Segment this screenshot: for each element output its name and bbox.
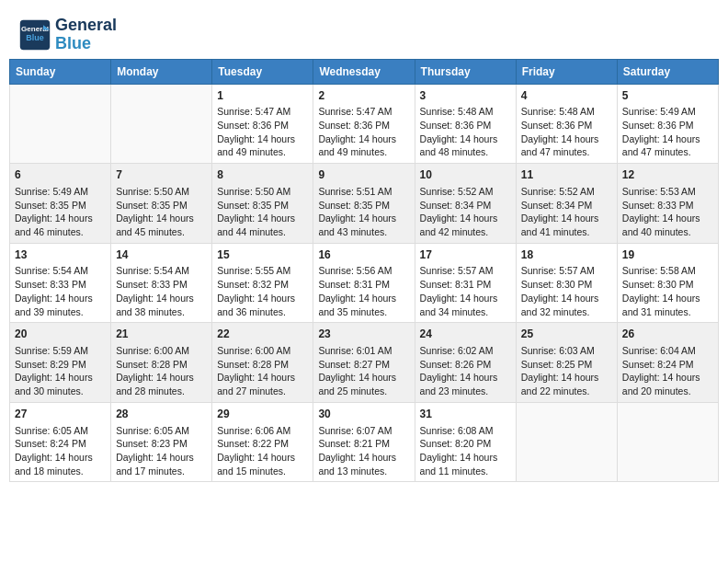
day-header-saturday: Saturday — [617, 59, 718, 84]
day-info: Sunrise: 5:52 AM Sunset: 8:34 PM Dayligh… — [521, 185, 612, 239]
day-number: 16 — [318, 247, 409, 263]
calendar-day-cell: 31Sunrise: 6:08 AM Sunset: 8:20 PM Dayli… — [415, 402, 516, 482]
calendar-day-cell: 22Sunrise: 6:00 AM Sunset: 8:28 PM Dayli… — [212, 323, 313, 403]
day-info: Sunrise: 5:57 AM Sunset: 8:31 PM Dayligh… — [420, 264, 511, 318]
day-number: 10 — [420, 167, 511, 183]
day-info: Sunrise: 5:55 AM Sunset: 8:32 PM Dayligh… — [217, 264, 308, 318]
day-info: Sunrise: 5:49 AM Sunset: 8:35 PM Dayligh… — [15, 185, 106, 239]
day-number: 22 — [217, 327, 308, 342]
calendar-week-row: 20Sunrise: 5:59 AM Sunset: 8:29 PM Dayli… — [10, 323, 719, 403]
day-number: 23 — [318, 327, 409, 342]
calendar-day-cell: 24Sunrise: 6:02 AM Sunset: 8:26 PM Dayli… — [415, 323, 516, 403]
calendar-day-cell: 21Sunrise: 6:00 AM Sunset: 8:28 PM Dayli… — [111, 323, 212, 403]
day-number: 2 — [318, 88, 409, 104]
day-info: Sunrise: 5:49 AM Sunset: 8:36 PM Dayligh… — [622, 105, 713, 159]
day-info: Sunrise: 5:48 AM Sunset: 8:36 PM Dayligh… — [420, 105, 511, 159]
calendar-day-cell — [10, 84, 111, 164]
day-number: 1 — [217, 88, 308, 104]
calendar-day-cell: 4Sunrise: 5:48 AM Sunset: 8:36 PM Daylig… — [516, 84, 617, 164]
calendar-day-cell: 14Sunrise: 5:54 AM Sunset: 8:33 PM Dayli… — [111, 243, 212, 323]
day-info: Sunrise: 5:47 AM Sunset: 8:36 PM Dayligh… — [217, 105, 308, 159]
calendar-day-cell: 10Sunrise: 5:52 AM Sunset: 8:34 PM Dayli… — [415, 164, 516, 244]
calendar-day-cell: 26Sunrise: 6:04 AM Sunset: 8:24 PM Dayli… — [617, 323, 718, 403]
day-header-thursday: Thursday — [415, 59, 516, 84]
calendar-header-row: SundayMondayTuesdayWednesdayThursdayFrid… — [10, 59, 719, 84]
day-info: Sunrise: 5:51 AM Sunset: 8:35 PM Dayligh… — [318, 185, 409, 239]
day-info: Sunrise: 5:52 AM Sunset: 8:34 PM Dayligh… — [420, 185, 511, 239]
day-info: Sunrise: 6:07 AM Sunset: 8:21 PM Dayligh… — [318, 424, 409, 478]
day-header-tuesday: Tuesday — [212, 59, 313, 84]
day-info: Sunrise: 5:54 AM Sunset: 8:33 PM Dayligh… — [15, 264, 106, 318]
calendar-day-cell: 8Sunrise: 5:50 AM Sunset: 8:35 PM Daylig… — [212, 164, 313, 244]
day-header-monday: Monday — [111, 59, 212, 84]
day-info: Sunrise: 6:00 AM Sunset: 8:28 PM Dayligh… — [217, 344, 308, 398]
calendar-day-cell: 11Sunrise: 5:52 AM Sunset: 8:34 PM Dayli… — [516, 164, 617, 244]
day-number: 13 — [15, 247, 106, 263]
day-number: 7 — [116, 167, 207, 183]
calendar-day-cell — [516, 402, 617, 482]
calendar-day-cell: 23Sunrise: 6:01 AM Sunset: 8:27 PM Dayli… — [313, 323, 415, 403]
day-number: 12 — [622, 167, 713, 183]
day-info: Sunrise: 5:56 AM Sunset: 8:31 PM Dayligh… — [318, 264, 409, 318]
calendar-day-cell: 7Sunrise: 5:50 AM Sunset: 8:35 PM Daylig… — [111, 164, 212, 244]
day-number: 5 — [622, 88, 713, 104]
calendar-day-cell: 6Sunrise: 5:49 AM Sunset: 8:35 PM Daylig… — [10, 164, 111, 244]
header: General Blue GeneralBlue — [9, 9, 719, 59]
calendar-day-cell: 1Sunrise: 5:47 AM Sunset: 8:36 PM Daylig… — [212, 84, 313, 164]
day-info: Sunrise: 5:54 AM Sunset: 8:33 PM Dayligh… — [116, 264, 207, 318]
calendar-day-cell — [111, 84, 212, 164]
day-info: Sunrise: 6:05 AM Sunset: 8:24 PM Dayligh… — [15, 424, 106, 478]
calendar: SundayMondayTuesdayWednesdayThursdayFrid… — [9, 59, 719, 483]
calendar-day-cell: 18Sunrise: 5:57 AM Sunset: 8:30 PM Dayli… — [516, 243, 617, 323]
day-number: 8 — [217, 167, 308, 183]
day-info: Sunrise: 5:58 AM Sunset: 8:30 PM Dayligh… — [622, 264, 713, 318]
day-number: 6 — [15, 167, 106, 183]
day-info: Sunrise: 5:50 AM Sunset: 8:35 PM Dayligh… — [217, 185, 308, 239]
calendar-week-row: 27Sunrise: 6:05 AM Sunset: 8:24 PM Dayli… — [10, 402, 719, 482]
day-info: Sunrise: 5:57 AM Sunset: 8:30 PM Dayligh… — [521, 264, 612, 318]
day-info: Sunrise: 6:08 AM Sunset: 8:20 PM Dayligh… — [420, 424, 511, 478]
day-number: 30 — [318, 407, 409, 422]
day-number: 19 — [622, 247, 713, 263]
calendar-day-cell: 2Sunrise: 5:47 AM Sunset: 8:36 PM Daylig… — [313, 84, 415, 164]
calendar-day-cell: 29Sunrise: 6:06 AM Sunset: 8:22 PM Dayli… — [212, 402, 313, 482]
day-header-wednesday: Wednesday — [313, 59, 415, 84]
calendar-day-cell: 16Sunrise: 5:56 AM Sunset: 8:31 PM Dayli… — [313, 243, 415, 323]
day-info: Sunrise: 5:53 AM Sunset: 8:33 PM Dayligh… — [622, 185, 713, 239]
day-number: 3 — [420, 88, 511, 104]
svg-text:Blue: Blue — [26, 33, 44, 42]
day-info: Sunrise: 6:05 AM Sunset: 8:23 PM Dayligh… — [116, 424, 207, 478]
day-number: 26 — [622, 327, 713, 342]
day-number: 21 — [116, 327, 207, 342]
day-info: Sunrise: 6:04 AM Sunset: 8:24 PM Dayligh… — [622, 344, 713, 398]
calendar-week-row: 1Sunrise: 5:47 AM Sunset: 8:36 PM Daylig… — [10, 84, 719, 164]
day-number: 9 — [318, 167, 409, 183]
day-number: 27 — [15, 407, 106, 422]
calendar-day-cell: 13Sunrise: 5:54 AM Sunset: 8:33 PM Dayli… — [10, 243, 111, 323]
day-info: Sunrise: 6:01 AM Sunset: 8:27 PM Dayligh… — [318, 344, 409, 398]
calendar-day-cell: 5Sunrise: 5:49 AM Sunset: 8:36 PM Daylig… — [617, 84, 718, 164]
day-info: Sunrise: 6:02 AM Sunset: 8:26 PM Dayligh… — [420, 344, 511, 398]
calendar-day-cell: 20Sunrise: 5:59 AM Sunset: 8:29 PM Dayli… — [10, 323, 111, 403]
day-info: Sunrise: 5:59 AM Sunset: 8:29 PM Dayligh… — [15, 344, 106, 398]
day-header-friday: Friday — [516, 59, 617, 84]
calendar-day-cell: 19Sunrise: 5:58 AM Sunset: 8:30 PM Dayli… — [617, 243, 718, 323]
calendar-week-row: 13Sunrise: 5:54 AM Sunset: 8:33 PM Dayli… — [10, 243, 719, 323]
day-number: 15 — [217, 247, 308, 263]
day-info: Sunrise: 5:48 AM Sunset: 8:36 PM Dayligh… — [521, 105, 612, 159]
calendar-day-cell: 30Sunrise: 6:07 AM Sunset: 8:21 PM Dayli… — [313, 402, 415, 482]
day-info: Sunrise: 6:03 AM Sunset: 8:25 PM Dayligh… — [521, 344, 612, 398]
calendar-day-cell: 28Sunrise: 6:05 AM Sunset: 8:23 PM Dayli… — [111, 402, 212, 482]
day-number: 11 — [521, 167, 612, 183]
calendar-day-cell: 9Sunrise: 5:51 AM Sunset: 8:35 PM Daylig… — [313, 164, 415, 244]
day-info: Sunrise: 6:00 AM Sunset: 8:28 PM Dayligh… — [116, 344, 207, 398]
logo-icon: General Blue — [18, 18, 51, 52]
calendar-day-cell: 25Sunrise: 6:03 AM Sunset: 8:25 PM Dayli… — [516, 323, 617, 403]
calendar-week-row: 6Sunrise: 5:49 AM Sunset: 8:35 PM Daylig… — [10, 164, 719, 244]
calendar-day-cell: 17Sunrise: 5:57 AM Sunset: 8:31 PM Dayli… — [415, 243, 516, 323]
day-info: Sunrise: 6:06 AM Sunset: 8:22 PM Dayligh… — [217, 424, 308, 478]
day-info: Sunrise: 5:47 AM Sunset: 8:36 PM Dayligh… — [318, 105, 409, 159]
calendar-day-cell — [617, 402, 718, 482]
day-header-sunday: Sunday — [10, 59, 111, 84]
calendar-day-cell: 15Sunrise: 5:55 AM Sunset: 8:32 PM Dayli… — [212, 243, 313, 323]
